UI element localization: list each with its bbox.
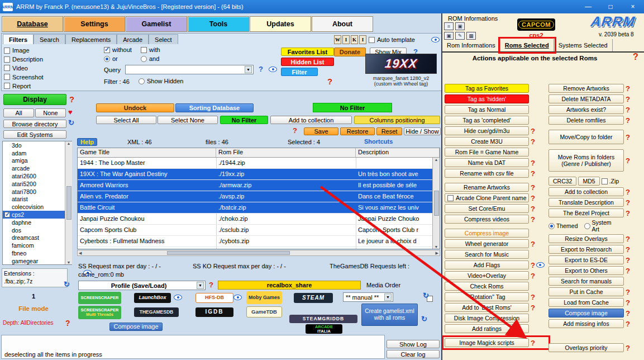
- chevron-down-icon[interactable]: ▼: [384, 293, 392, 301]
- sorting-database-button[interactable]: Sorting Database: [175, 103, 254, 112]
- with-option[interactable]: with: [141, 46, 160, 53]
- system-item[interactable]: atarist: [3, 196, 65, 203]
- wiki-letter-tile[interactable]: K: [351, 35, 358, 44]
- right-panel-tab[interactable]: Rom Informations: [442, 39, 500, 51]
- tag-as-hidden-button[interactable]: Tag as 'hidden': [445, 94, 529, 103]
- system-item[interactable]: adam: [3, 149, 65, 157]
- help-icon[interactable]: ?: [626, 85, 630, 92]
- select-all-systems-button[interactable]: All: [3, 108, 34, 117]
- thegamesdb-logo[interactable]: THEGAMESDB: [134, 307, 179, 317]
- help-icon[interactable]: ?: [626, 188, 630, 196]
- without-checkbox[interactable]: [104, 47, 110, 53]
- or-option[interactable]: or: [104, 55, 118, 62]
- system-item[interactable]: fbneo: [3, 249, 65, 257]
- arcade-clone-parent-name-option[interactable]: Arcade Clone Parent name: [445, 193, 529, 202]
- column-header-rom-file[interactable]: Rom File: [216, 148, 356, 157]
- query-help-icon[interactable]: ?: [259, 65, 263, 73]
- columns-positioning-button[interactable]: Columns positioning: [354, 116, 440, 124]
- help-button[interactable]: Help: [77, 138, 97, 146]
- rotation-tag-button[interactable]: "Rotation" Tag: [445, 292, 529, 301]
- media-checkbox[interactable]: [4, 74, 10, 80]
- zip-checkbox[interactable]: [602, 178, 608, 184]
- compress-videos-button[interactable]: Compress videos: [445, 215, 529, 224]
- menu-tab[interactable]: About: [312, 16, 373, 32]
- table-row[interactable]: 1944 : The Loop Master ./1944.zip: [78, 158, 432, 169]
- edit-metadata-icon[interactable]: ✎: [455, 32, 465, 40]
- media-filter-row[interactable]: Screenshot: [4, 73, 60, 80]
- wiki-letter-tile[interactable]: W: [334, 35, 341, 44]
- close-button[interactable]: ×: [622, 0, 644, 13]
- system-item[interactable]: colecovision: [3, 203, 65, 211]
- help-icon[interactable]: ?: [531, 304, 535, 311]
- table-horizontal-scrollbar[interactable]: ◀ ▶: [77, 250, 440, 256]
- menu-tab[interactable]: Tools: [188, 16, 249, 32]
- shortcuts-link[interactable]: Shortcuts: [364, 138, 393, 145]
- table-row[interactable]: Battle Circuit ./batcir.zip Si vous aime…: [78, 202, 432, 214]
- clear-log-button[interactable]: Clear log: [387, 350, 440, 358]
- scroll-down-button[interactable]: ▼: [435, 245, 438, 249]
- right-panel-tab[interactable]: Roms Selected: [500, 39, 554, 51]
- system-item[interactable]: daphne: [3, 219, 65, 226]
- display-button[interactable]: Display: [3, 94, 66, 105]
- artworks-exist-button[interactable]: Artworks exist?: [548, 105, 624, 114]
- refresh-icon[interactable]: ↻: [68, 119, 74, 126]
- scroll-down-button[interactable]: ▼: [67, 260, 71, 264]
- radio-themed[interactable]: [548, 223, 555, 229]
- query-eye-icon[interactable]: [269, 67, 277, 72]
- hide-cue-gdi-m3u-button[interactable]: Hide cue/gdi/m3u: [445, 126, 529, 135]
- help-icon[interactable]: ?: [626, 235, 630, 243]
- eye-icon[interactable]: [536, 262, 545, 268]
- scroll-thumb[interactable]: [434, 191, 439, 216]
- video-overlay-button[interactable]: Video+Overlay: [445, 271, 529, 280]
- or-radio[interactable]: [104, 56, 110, 62]
- table-row[interactable]: Alien vs. Predator ./avsp.zip Dans ce Be…: [78, 191, 432, 202]
- and-radio[interactable]: [141, 56, 147, 62]
- help-icon[interactable]: ?: [626, 157, 630, 164]
- add-missing-infos-button[interactable]: Add missing infos: [548, 319, 624, 328]
- help-icon[interactable]: ?: [531, 339, 535, 347]
- depth-help-icon[interactable]: ?: [65, 319, 70, 327]
- right-panel-tab[interactable]: Systems Selected: [554, 39, 613, 51]
- scroll-up-button[interactable]: ▲: [67, 141, 71, 145]
- screenscraper-logo[interactable]: SCREENSCRAPER: [78, 292, 121, 304]
- table-row[interactable]: Cyberbots : Fullmetal Madness ./cybots.z…: [78, 236, 432, 247]
- translate-description-button[interactable]: Translate Description: [548, 198, 624, 207]
- help-icon[interactable]: ?: [531, 240, 535, 248]
- help-icon[interactable]: ?: [531, 159, 535, 167]
- filter-tab[interactable]: Arcade: [117, 34, 149, 44]
- system-item[interactable]: atari7800: [3, 188, 65, 196]
- help-icon[interactable]: ?: [626, 199, 630, 206]
- chevron-down-icon[interactable]: ▼: [245, 66, 252, 73]
- overlays-priority-button[interactable]: Overlays priority: [548, 343, 624, 352]
- table-vertical-scrollbar[interactable]: ▲ ▼: [432, 158, 440, 249]
- help-icon[interactable]: ?: [531, 184, 535, 191]
- system-item[interactable]: dreamcast: [3, 234, 65, 242]
- filter-help-icon[interactable]: ?: [327, 77, 332, 86]
- search-for-music-button[interactable]: Search for Music: [445, 250, 529, 259]
- wiki-link[interactable]: WIKI: [334, 35, 366, 44]
- show-hidden-option[interactable]: Show Hidden: [139, 78, 183, 84]
- table-row[interactable]: Capcom Sports Club ./csclub.zip Capcom S…: [78, 225, 432, 236]
- compress-image-button[interactable]: Compress image: [445, 229, 529, 238]
- system-item[interactable]: 3do: [3, 141, 65, 149]
- column-header-description[interactable]: Description: [356, 148, 440, 157]
- export-to-others-button[interactable]: Export to Others: [548, 266, 624, 275]
- arcade-clone-parent-name-checkbox[interactable]: [447, 195, 454, 201]
- wiki-letter-tile[interactable]: I: [359, 35, 366, 44]
- and-option[interactable]: and: [141, 55, 159, 62]
- heart-icon[interactable]: ♥: [68, 108, 73, 116]
- menu-tab[interactable]: Updates: [250, 16, 311, 32]
- auto-template-eye-icon[interactable]: [431, 37, 440, 42]
- maximize-button[interactable]: □: [599, 0, 622, 13]
- menu-tab[interactable]: Database: [2, 16, 63, 32]
- help-icon[interactable]: ?: [626, 299, 630, 306]
- system-item[interactable]: amiga: [3, 157, 65, 165]
- image-magick-scripts-button[interactable]: Image Magick scripts: [445, 338, 529, 347]
- help-icon[interactable]: ?: [626, 320, 630, 328]
- move-copy-to-folder-button[interactable]: Move/Copy to folder: [548, 130, 624, 144]
- media-filter-row[interactable]: Image: [4, 47, 60, 54]
- save-help-icon[interactable]: ?: [293, 127, 297, 134]
- md5-button[interactable]: MD5: [578, 177, 599, 186]
- system-item[interactable]: gamegear: [3, 257, 65, 265]
- menu-tab[interactable]: Settings: [64, 16, 125, 32]
